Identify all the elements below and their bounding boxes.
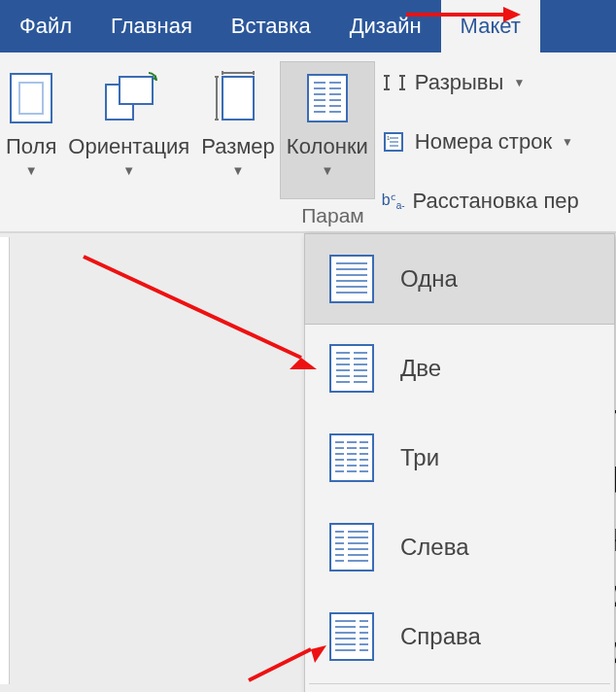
ribbon-tabs: Файл Главная Вставка Дизайн Макет	[0, 0, 616, 52]
columns-three-icon	[328, 432, 375, 483]
size-icon	[213, 66, 263, 130]
columns-label: Колонки	[287, 134, 368, 159]
margins-button[interactable]: Поля ▼	[0, 62, 62, 198]
hyphenation-button[interactable]: bᶜa- Расстановка пер	[382, 189, 579, 214]
columns-one-label: Одна	[400, 265, 458, 293]
columns-button[interactable]: Колонки ▼	[281, 62, 374, 198]
tab-insert[interactable]: Вставка	[212, 0, 330, 52]
svg-rect-3	[120, 77, 153, 104]
margins-icon	[8, 66, 54, 130]
page-setup-group: Поля ▼ Ориентация ▼	[0, 52, 374, 231]
menu-separator	[309, 683, 610, 684]
hyphenation-icon: bᶜa-	[382, 190, 405, 211]
orientation-icon	[100, 66, 158, 130]
columns-icon	[304, 66, 351, 130]
svg-rect-5	[222, 77, 254, 120]
margins-label: Поля	[6, 134, 56, 159]
page-setup-secondary: Разрывы ▼ 1 Номера строк ▼ bᶜa- Расстано…	[374, 52, 587, 231]
columns-left-icon	[328, 522, 375, 572]
tab-home[interactable]: Главная	[91, 0, 212, 52]
columns-option-two[interactable]: Две	[305, 324, 614, 413]
breaks-button[interactable]: Разрывы ▼	[382, 70, 579, 95]
page-edge	[0, 237, 10, 684]
dropdown-caret-icon: ▼	[122, 163, 135, 178]
line-numbers-button[interactable]: 1 Номера строк ▼	[382, 129, 579, 155]
columns-right-label: Справа	[400, 623, 481, 650]
columns-option-right[interactable]: Справа	[305, 592, 614, 681]
columns-dropdown: Одна Две Три Слева Справа	[304, 233, 615, 692]
columns-two-label: Две	[400, 355, 441, 382]
svg-rect-0	[11, 74, 51, 122]
tab-layout[interactable]: Макет	[441, 0, 540, 52]
dropdown-caret-icon: ▼	[562, 135, 573, 149]
tab-design[interactable]: Дизайн	[330, 0, 441, 52]
breaks-label: Разрывы	[415, 70, 504, 95]
columns-right-icon	[328, 611, 375, 662]
group-label-page-setup: Парам	[0, 198, 374, 231]
columns-one-icon	[328, 254, 375, 304]
dropdown-caret-icon: ▼	[513, 76, 525, 89]
tab-file[interactable]: Файл	[0, 0, 91, 52]
size-label: Размер	[201, 134, 275, 159]
orientation-label: Ориентация	[68, 134, 189, 159]
size-button[interactable]: Размер ▼	[195, 62, 281, 198]
columns-option-three[interactable]: Три	[305, 413, 614, 502]
line-numbers-icon: 1	[382, 131, 407, 153]
orientation-button[interactable]: Ориентация ▼	[62, 62, 195, 198]
columns-three-label: Три	[400, 444, 439, 471]
columns-left-label: Слева	[400, 534, 469, 561]
dropdown-caret-icon: ▼	[232, 163, 245, 178]
columns-option-more[interactable]: Другие столбцы...	[305, 686, 614, 692]
columns-option-one[interactable]: Одна	[305, 234, 614, 324]
dropdown-caret-icon: ▼	[25, 163, 38, 178]
ribbon: Поля ▼ Ориентация ▼	[0, 52, 616, 233]
columns-two-icon	[328, 343, 375, 394]
hyphenation-label: Расстановка пер	[413, 189, 579, 214]
dropdown-caret-icon: ▼	[321, 163, 333, 178]
line-numbers-label: Номера строк	[415, 129, 552, 155]
breaks-icon	[382, 72, 407, 93]
group-label-text: Парам	[301, 204, 364, 227]
columns-option-left[interactable]: Слева	[305, 502, 614, 592]
